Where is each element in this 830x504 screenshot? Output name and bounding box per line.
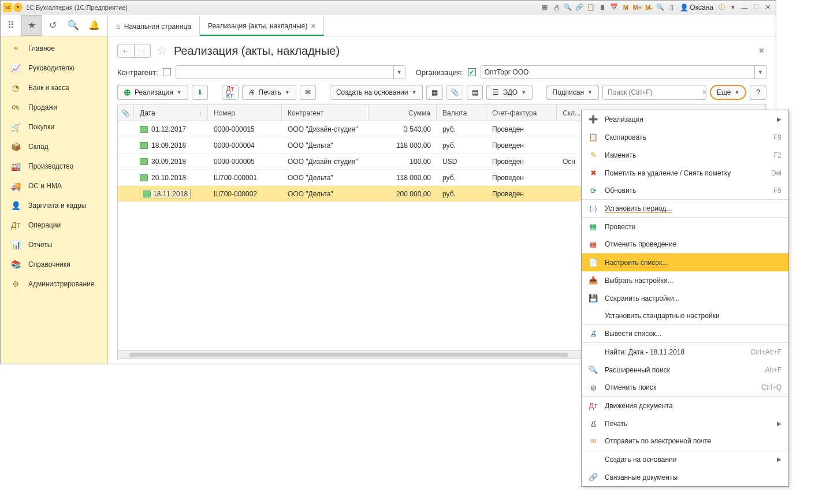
help-button[interactable]: ? — [750, 85, 766, 100]
minimize-icon[interactable]: — — [739, 2, 750, 13]
print-icon[interactable]: 🖨 — [551, 2, 561, 13]
tab-realization[interactable]: Реализация (акты, накладные) × — [200, 16, 324, 36]
related-button[interactable]: ▦ — [426, 85, 443, 100]
page-close-icon[interactable]: × — [757, 43, 766, 58]
sidebar-item-11[interactable]: 📚Справочники — [1, 255, 107, 274]
sidebar-item-1[interactable]: 📈Руководителю — [1, 58, 107, 78]
panel-icon[interactable]: ▯ — [667, 2, 677, 13]
menu-item-11[interactable]: Установить стандартные настройки — [582, 307, 788, 325]
bell-icon[interactable]: 🔔 — [84, 15, 105, 36]
col-contragent[interactable]: Контрагент — [282, 105, 369, 121]
org-select[interactable]: ОптТорг ООО ▼ — [481, 65, 766, 79]
col-attach[interactable]: 📎 — [118, 105, 134, 121]
maximize-icon[interactable]: ☐ — [751, 2, 761, 13]
sidebar-item-4[interactable]: 🛒Покупки — [1, 117, 107, 137]
forward-button[interactable]: → — [134, 44, 150, 57]
sidebar-item-9[interactable]: ДтОперации — [1, 215, 107, 235]
calendar-icon[interactable]: 📅 — [609, 2, 619, 13]
menu-label: Создать на основании — [605, 456, 770, 464]
calc-icon[interactable]: 🖩 — [597, 2, 608, 13]
menu-icon: ➕ — [589, 115, 598, 124]
cell-num: Ш700-000001 — [208, 171, 282, 185]
memory-m[interactable]: M — [620, 2, 631, 13]
search-nav-icon[interactable]: 🔍 — [63, 15, 84, 36]
user-label[interactable]: 👤Оксана — [680, 3, 713, 12]
contragent-select[interactable]: ▼ — [176, 65, 405, 79]
apps-icon[interactable]: ⠿ — [1, 15, 21, 36]
star-icon[interactable]: ★ — [21, 15, 42, 36]
search-box[interactable]: × — [602, 85, 706, 100]
tab-home[interactable]: ⌂ Начальная страница — [108, 16, 200, 36]
menu-item-1[interactable]: 📋СкопироватьF9 — [582, 128, 788, 146]
filters: Контрагент: ▼ Организация: ✓ ОптТорг ООО… — [108, 63, 776, 85]
link-icon[interactable]: 🔗 — [574, 2, 585, 13]
menu-icon: 📥 — [589, 276, 598, 285]
menu-item-6[interactable]: ▦Провести — [582, 218, 788, 236]
history-icon[interactable]: ↺ — [42, 15, 63, 36]
mail-button[interactable]: ✉ — [300, 85, 317, 100]
menu-item-2[interactable]: ✎ИзменитьF2 — [582, 146, 788, 164]
memory-mplus[interactable]: M+ — [632, 2, 642, 13]
cell-attach — [118, 159, 134, 165]
refresh-button[interactable]: ⬇ — [192, 85, 209, 100]
menu-item-3[interactable]: ✖Пометить на удаление / Снять пометкуDel — [582, 164, 788, 182]
sidebar-item-5[interactable]: 📦Склад — [1, 137, 107, 156]
edo-button[interactable]: ☰ЭДО▼ — [486, 85, 533, 100]
menu-item-20[interactable]: 🔗Связанные документы — [582, 468, 788, 486]
col-date[interactable]: Дата↓ — [134, 105, 208, 121]
signed-button[interactable]: Подписан▼ — [546, 85, 599, 100]
sidebar-item-6[interactable]: 🏭Производство — [1, 156, 107, 176]
sidebar-item-12[interactable]: ⚙Администрирование — [1, 274, 107, 294]
menu-item-17[interactable]: 🖨Печать▶ — [582, 415, 788, 432]
col-number[interactable]: Номер — [208, 105, 282, 121]
sidebar-item-8[interactable]: 👤Зарплата и кадры — [1, 196, 107, 215]
search-input[interactable] — [603, 88, 699, 96]
close-icon[interactable]: ✕ — [762, 2, 773, 13]
menu-item-18[interactable]: ✉Отправить по электронной почте — [582, 432, 788, 450]
dropdown-icon[interactable]: ▾ — [13, 3, 23, 12]
search-icon[interactable]: 🔍 — [563, 2, 573, 13]
print-button[interactable]: 🖨Печать▼ — [242, 85, 296, 100]
menu-item-16[interactable]: ДтДвижения документа — [582, 397, 788, 415]
menu-item-10[interactable]: 💾Сохранить настройки... — [582, 289, 788, 307]
toolbar-icon[interactable]: ▦ — [539, 2, 550, 13]
menu-label: Сохранить настройки... — [605, 294, 781, 303]
back-button[interactable]: ← — [118, 44, 134, 57]
menu-item-8[interactable]: 📄Настроить список... — [582, 253, 788, 271]
dropdown2-icon[interactable]: ▾ — [728, 2, 738, 13]
menu-item-5[interactable]: ⟨∙⟩Установить период... — [582, 200, 788, 218]
realize-button[interactable]: ⊕Реализация▼ — [117, 85, 188, 100]
favorite-icon[interactable]: ☆ — [157, 43, 168, 58]
menu-item-19[interactable]: Создать на основании▶ — [582, 450, 788, 468]
menu-item-12[interactable]: 🖨Вывести список... — [582, 325, 788, 343]
memory-mminus[interactable]: M- — [643, 2, 654, 13]
org-checkbox[interactable]: ✓ — [468, 68, 476, 76]
doc-icon — [140, 142, 148, 149]
sidebar-item-10[interactable]: 📊Отчеты — [1, 235, 107, 255]
create-based-button[interactable]: Создать на основании▼ — [330, 85, 423, 100]
menu-item-4[interactable]: ⟳ОбновитьF5 — [582, 182, 788, 200]
dtkt-button[interactable]: ДтКт — [222, 85, 239, 100]
sidebar-item-7[interactable]: 🚚ОС и НМА — [1, 176, 107, 196]
menu-item-9[interactable]: 📥Выбрать настройки... — [582, 271, 788, 289]
contragent-checkbox[interactable] — [163, 68, 171, 76]
menu-item-0[interactable]: ➕Реализация▶ — [582, 110, 788, 128]
info-icon[interactable]: ⓘ — [716, 2, 727, 13]
zoom-icon[interactable]: 🔍 — [655, 2, 665, 13]
menu-item-13[interactable]: Найти: Дата - 18.11.2018Ctrl+Alt+F — [582, 343, 788, 361]
sidebar-item-3[interactable]: 🛍Продажи — [1, 98, 107, 117]
col-invoice[interactable]: Счет-фактура — [486, 105, 557, 121]
clipboard-icon[interactable]: 📋 — [586, 2, 596, 13]
col-sum[interactable]: Сумма — [369, 105, 437, 121]
attach-button[interactable]: 📎 — [446, 85, 463, 100]
menu-item-7[interactable]: ▦Отменить проведение — [582, 236, 788, 253]
list-button[interactable]: ▤ — [467, 85, 483, 100]
menu-item-14[interactable]: 🔍Расширенный поискAlt+F — [582, 361, 788, 379]
tab-close-icon[interactable]: × — [311, 21, 315, 31]
sidebar-label: Производство — [28, 162, 73, 170]
sidebar-item-0[interactable]: ≡Главное — [1, 39, 107, 58]
more-button[interactable]: Еще▼ — [710, 85, 746, 100]
col-currency[interactable]: Валюта — [437, 105, 486, 121]
clear-search-icon[interactable]: × — [699, 88, 710, 96]
sidebar-item-2[interactable]: ◔Банк и касса — [1, 78, 107, 98]
